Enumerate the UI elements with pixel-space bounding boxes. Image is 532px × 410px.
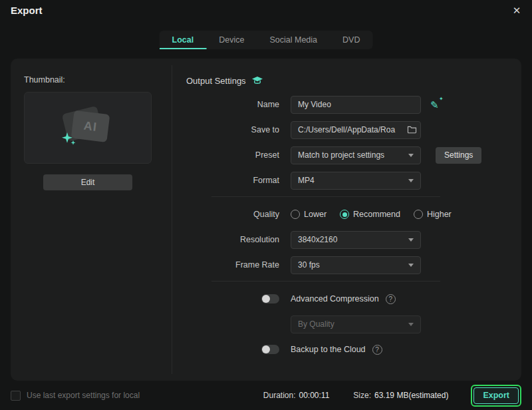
toggle-knob (262, 345, 270, 353)
tutorial-cap-icon[interactable] (251, 76, 263, 86)
section-divider (211, 196, 440, 197)
chevron-down-icon (408, 264, 414, 267)
chevron-down-icon (408, 154, 414, 157)
frame-rate-label: Frame Rate (186, 260, 279, 270)
backup-cloud-label: Backup to the Cloud (291, 345, 366, 354)
export-panel: Thumbnail: AI Edit Output Settings (11, 59, 521, 381)
thumbnail-art: AI (63, 107, 112, 147)
duration-stat: Duration:00:00:11 (263, 391, 330, 400)
chevron-down-icon (408, 238, 414, 242)
name-input[interactable] (291, 96, 421, 114)
name-label: Name (186, 100, 279, 109)
preset-dropdown[interactable]: Match to project settings (291, 146, 421, 164)
close-icon[interactable]: ✕ (509, 3, 524, 18)
format-label: Format (186, 176, 279, 185)
tab-local[interactable]: Local (160, 31, 207, 49)
quality-radio-lower[interactable]: Lower (291, 210, 327, 219)
footer-bar: Use last export settings for local Durat… (0, 381, 532, 410)
advanced-compression-toggle[interactable] (261, 294, 279, 304)
frame-rate-dropdown[interactable]: 30 fps (291, 256, 421, 274)
size-stat: Size:63.19 MB(estimated) (353, 391, 448, 400)
quality-label: Quality (186, 210, 279, 219)
thumbnail-label: Thumbnail: (24, 75, 65, 85)
resolution-label: Resolution (186, 235, 279, 244)
radio-selected-icon (340, 210, 349, 219)
by-quality-dropdown[interactable]: By Quality (291, 315, 421, 333)
tab-dvd[interactable]: DVD (330, 31, 372, 49)
browse-folder-icon[interactable] (407, 125, 417, 134)
format-dropdown[interactable]: MP4 (291, 172, 421, 190)
radio-icon (291, 210, 300, 219)
save-to-label: Save to (186, 125, 279, 134)
advanced-compression-label: Advanced Compression (291, 294, 379, 304)
preset-label: Preset (186, 150, 279, 160)
tab-device[interactable]: Device (206, 31, 257, 49)
quality-radio-recommend[interactable]: Recommend (340, 210, 400, 219)
output-settings-title: Output Settings (186, 76, 246, 86)
help-icon[interactable]: ? (372, 345, 382, 355)
export-tab-bar: Local Device Social Media DVD (160, 31, 373, 49)
use-last-settings-label: Use last export settings for local (27, 391, 140, 400)
preset-settings-button[interactable]: Settings (436, 147, 481, 164)
thumbnail-preview: AI (24, 92, 152, 164)
export-focus-ring: Export (471, 385, 521, 407)
section-divider (211, 281, 440, 282)
toggle-knob (262, 295, 270, 303)
radio-icon (414, 210, 423, 219)
export-button[interactable]: Export (473, 387, 519, 404)
magic-sparkle-icon (61, 131, 78, 151)
quality-radio-higher[interactable]: Higher (414, 210, 452, 219)
edit-thumbnail-button[interactable]: Edit (43, 174, 132, 190)
save-to-input[interactable] (291, 121, 421, 139)
resolution-dropdown[interactable]: 3840x2160 (291, 231, 421, 249)
tab-social-media[interactable]: Social Media (257, 31, 330, 49)
dialog-title: Export (11, 5, 43, 16)
chevron-down-icon (408, 179, 414, 182)
use-last-settings-checkbox[interactable] (11, 391, 21, 401)
backup-cloud-toggle[interactable] (261, 345, 279, 354)
chevron-down-icon (408, 323, 414, 326)
ai-rename-icon[interactable]: ✎✦ (430, 100, 439, 110)
help-icon[interactable]: ? (386, 294, 396, 304)
